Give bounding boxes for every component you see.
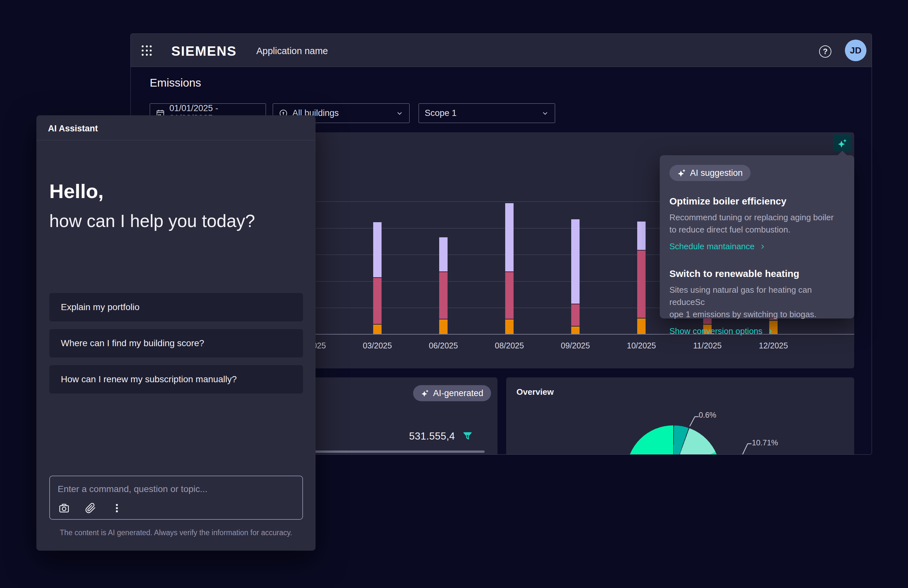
ai-suggestion-badge: AI suggestion [670,165,750,181]
prompt-suggestion-button[interactable]: How can I renew my subscription manually… [49,365,303,393]
overview-title: Overview [517,387,554,397]
chevron-down-icon [396,110,403,117]
summary-value: 531.555,4 [409,430,455,442]
input-toolbar [58,503,123,514]
suggestion-body: Sites using natural gas for heating can … [670,284,845,321]
scope-value: Scope 1 [425,108,457,118]
prompt-suggestion-label: Where can I find my building score? [61,338,204,348]
sparkle-icon [837,138,847,148]
bar-segment-purple-08/2025[interactable] [505,203,514,272]
bar-segment-pink-08/2025[interactable] [505,272,514,319]
suggestion-title: Optimize boiler efficiency [670,196,845,207]
top-bar: SIEMENS Application name ? JD [131,34,872,67]
bar-segment-pink-09/2025[interactable] [571,304,580,327]
chevron-right-icon [759,243,766,250]
bar-segment-purple-03/2025[interactable] [373,222,382,278]
ai-generated-badge: AI-generated [413,385,491,401]
ai-generated-label: AI-generated [433,388,483,398]
overview-card: Overview 0.6% 10.71% [506,377,854,455]
overview-pie-chart[interactable] [626,425,720,455]
application-name: Application name [256,46,328,56]
bar-segment-orange-10/2025[interactable] [637,319,646,334]
help-icon[interactable]: ? [819,45,831,58]
ai-assistant-title: AI Assistant [48,124,98,134]
bar-segment-orange-06/2025[interactable] [439,319,448,334]
bar-segment-purple-10/2025[interactable] [637,222,646,251]
prompt-suggestion-button[interactable]: Explain my portfolio [49,293,303,321]
bar-segment-pink-06/2025[interactable] [439,272,448,319]
greeting-question: how can I help you today? [49,211,255,231]
bar-segment-pink-10/2025[interactable] [637,251,646,319]
prompt-suggestion-button[interactable]: Where can I find my building score? [49,329,303,358]
suggestion-body: Recommend tuning or replacing aging boil… [670,211,845,236]
panel-divider [36,140,316,140]
prompt-suggestion-label: Explain my portfolio [61,302,139,313]
bar-segment-orange-08/2025[interactable] [505,319,514,334]
ai-assistant-panel: AI Assistant Hello, how can I help you t… [36,115,316,551]
bar-segment-purple-06/2025[interactable] [439,237,448,272]
suggestion-link[interactable]: Schedule mantainance [670,242,766,251]
prompt-suggestion-label: How can I renew my subscription manually… [61,374,237,385]
more-options-icon[interactable] [111,503,123,514]
chat-input-box [49,475,303,520]
bar-segment-orange-09/2025[interactable] [571,327,580,334]
suggestion-item: Optimize boiler efficiency Recommend tun… [670,196,845,268]
page-title: Emissions [150,76,201,89]
suggestion-item: Switch to renewable heating Sites using … [670,268,845,353]
sparkle-icon [677,168,686,177]
siemens-logo: SIEMENS [171,43,237,59]
x-axis-label: 06/2025 [418,341,469,350]
ai-disclaimer: The content is AI generated. Always veri… [36,528,316,537]
summary-value-row: 531.555,4 [409,430,473,442]
sparkle-icon [421,389,429,397]
camera-icon[interactable] [58,503,70,514]
suggestion-link[interactable]: Show conversion options [670,326,773,336]
x-axis-label: 10/2025 [616,341,667,350]
filter-icon[interactable] [462,430,473,442]
scope-select[interactable]: Scope 1 [419,103,555,123]
chevron-down-icon [541,110,549,117]
x-axis-label: 03/2025 [352,341,403,350]
greeting-bold: Hello, [49,180,104,203]
bar-segment-pink-03/2025[interactable] [373,278,382,325]
suggestion-link-label: Show conversion options [670,326,763,336]
suggestion-link-label: Schedule mantainance [670,242,755,251]
pie-slice-label: 0.6% [699,411,716,420]
ai-suggestion-popover: AI suggestion Optimize boiler efficiency… [660,155,854,319]
bar-segment-purple-09/2025[interactable] [571,219,580,304]
attachment-icon[interactable] [85,503,96,514]
app-launcher-icon[interactable] [142,45,152,56]
ai-suggestion-badge-label: AI suggestion [690,168,743,178]
x-axis-label: 08/2025 [484,341,535,350]
chat-input[interactable] [58,482,290,496]
suggestion-title: Switch to renewable heating [670,268,845,279]
avatar[interactable]: JD [845,40,866,61]
chevron-right-icon [767,328,773,335]
desktop-background: SIEMENS Application name ? JD Emissions … [0,0,908,588]
bar-segment-orange-03/2025[interactable] [373,325,382,334]
popover-caret [837,151,847,156]
ai-suggestion-button[interactable] [833,134,851,152]
horizontal-scrollbar[interactable] [311,451,485,453]
x-axis-label: 09/2025 [550,341,601,350]
pie-slice-label: 10.71% [752,438,778,447]
